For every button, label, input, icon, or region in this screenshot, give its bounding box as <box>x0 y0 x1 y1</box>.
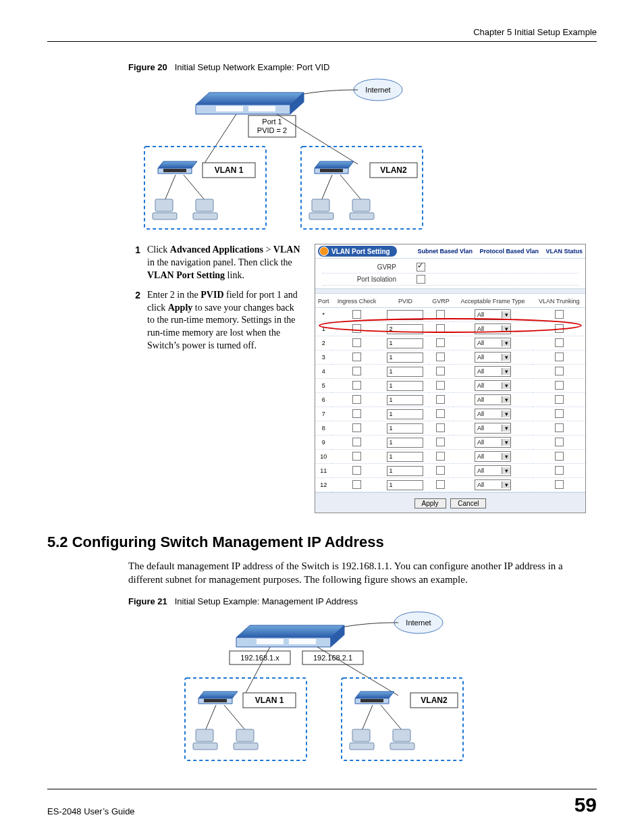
trunk-checkbox[interactable] <box>555 338 564 347</box>
pvid-input[interactable] <box>387 466 423 476</box>
col-gvrp: GVRP <box>429 295 452 308</box>
ingress-checkbox[interactable] <box>352 452 361 461</box>
svg-rect-37 <box>289 639 316 644</box>
ingress-checkbox[interactable] <box>352 310 361 319</box>
aft-select[interactable]: All▾ <box>475 366 511 377</box>
aft-select[interactable]: All▾ <box>475 465 511 476</box>
pvid-input[interactable] <box>387 409 423 419</box>
gvrp-checkbox[interactable] <box>436 324 445 333</box>
trunk-checkbox[interactable] <box>555 480 564 489</box>
gvrp-checkbox[interactable] <box>436 409 445 418</box>
trunk-checkbox[interactable] <box>555 409 564 418</box>
aft-select[interactable]: All▾ <box>475 309 511 320</box>
svg-rect-63 <box>390 743 414 750</box>
pvid-input[interactable] <box>387 324 423 334</box>
gvrp-checkbox[interactable] <box>436 466 445 475</box>
pvid-input[interactable] <box>387 381 423 391</box>
trunk-checkbox[interactable] <box>555 423 564 432</box>
t: link. <box>225 270 244 280</box>
pvid-input[interactable] <box>387 423 423 434</box>
aft-select[interactable]: All▾ <box>475 338 511 348</box>
opt-gvrp-checkbox[interactable] <box>417 263 425 271</box>
gvrp-checkbox[interactable] <box>436 480 445 489</box>
aft-select[interactable]: All▾ <box>475 352 511 363</box>
svg-rect-30 <box>350 213 374 219</box>
pvid-input[interactable] <box>387 395 423 405</box>
trunk-checkbox[interactable] <box>555 395 564 404</box>
cell-port: * <box>315 308 332 322</box>
ingress-checkbox[interactable] <box>352 395 361 404</box>
pvid-input[interactable] <box>387 452 423 462</box>
aft-select[interactable]: All▾ <box>475 380 511 391</box>
gvrp-checkbox[interactable] <box>436 367 445 375</box>
svg-rect-51 <box>236 729 254 741</box>
link-subnet-vlan[interactable]: Subnet Based Vlan <box>417 248 473 255</box>
gvrp-checkbox[interactable] <box>436 338 445 347</box>
figure21-label: Figure 21 <box>128 596 167 606</box>
aft-select[interactable]: All▾ <box>475 479 511 490</box>
trunk-checkbox[interactable] <box>555 353 564 361</box>
ingress-checkbox[interactable] <box>352 367 361 375</box>
panel-buttons: Apply Cancel <box>315 492 585 513</box>
link-vlan-status[interactable]: VLAN Status <box>545 248 583 255</box>
svg-rect-28 <box>309 213 333 219</box>
trunk-checkbox[interactable] <box>555 367 564 375</box>
aft-select[interactable]: All▾ <box>475 437 511 448</box>
opt-port-isolation-checkbox[interactable] <box>417 275 425 284</box>
trunk-checkbox[interactable] <box>555 452 564 461</box>
svg-line-59 <box>381 705 402 731</box>
gvrp-checkbox[interactable] <box>436 452 445 461</box>
table-row: 5All▾ <box>315 379 585 393</box>
apply-button[interactable]: Apply <box>414 498 446 509</box>
gvrp-checkbox[interactable] <box>436 381 445 390</box>
svg-rect-57 <box>360 699 383 702</box>
gvrp-checkbox[interactable] <box>436 395 445 404</box>
svg-rect-13 <box>163 169 186 172</box>
ingress-checkbox[interactable] <box>352 466 361 475</box>
trunk-checkbox[interactable] <box>555 324 564 333</box>
ingress-checkbox[interactable] <box>352 438 361 446</box>
figure21-vlan2-label: VLAN2 <box>421 696 448 705</box>
ingress-checkbox[interactable] <box>352 381 361 390</box>
t: Advanced Applications <box>170 244 263 255</box>
trunk-checkbox[interactable] <box>555 466 564 475</box>
ingress-checkbox[interactable] <box>352 480 361 489</box>
gvrp-checkbox[interactable] <box>436 438 445 446</box>
ingress-checkbox[interactable] <box>352 324 361 333</box>
pvid-input[interactable] <box>387 353 423 363</box>
svg-marker-55 <box>355 692 394 698</box>
cell-port: 5 <box>315 379 332 393</box>
svg-rect-46 <box>204 699 227 702</box>
trunk-checkbox[interactable] <box>555 381 564 390</box>
trunk-checkbox[interactable] <box>555 310 564 319</box>
svg-line-47 <box>205 705 216 731</box>
figure21-diagram: Internet 192.168.1.x 192.168.2.1 VLAN 1 <box>182 610 597 768</box>
ingress-checkbox[interactable] <box>352 338 361 347</box>
svg-rect-62 <box>393 729 410 741</box>
gvrp-checkbox[interactable] <box>436 310 445 319</box>
table-row: 12All▾ <box>315 478 585 492</box>
aft-select[interactable]: All▾ <box>475 394 511 405</box>
aft-select[interactable]: All▾ <box>475 323 511 334</box>
aft-select[interactable]: All▾ <box>475 423 511 434</box>
pvid-input[interactable] <box>387 310 423 320</box>
pvid-input[interactable] <box>387 338 423 348</box>
pvid-input[interactable] <box>387 480 423 490</box>
ingress-checkbox[interactable] <box>352 409 361 418</box>
ingress-checkbox[interactable] <box>352 353 361 361</box>
link-protocol-vlan[interactable]: Protocol Based Vlan <box>479 248 539 255</box>
ingress-checkbox[interactable] <box>352 423 361 432</box>
steps-list: 1 Click Advanced Applications > VLAN in … <box>128 244 304 359</box>
panel-divider <box>315 288 585 294</box>
cell-port: 10 <box>315 450 332 464</box>
pvid-input[interactable] <box>387 367 423 377</box>
cancel-button[interactable]: Cancel <box>450 498 486 509</box>
pvid-input[interactable] <box>387 438 423 448</box>
trunk-checkbox[interactable] <box>555 438 564 446</box>
gvrp-checkbox[interactable] <box>436 423 445 432</box>
aft-select[interactable]: All▾ <box>475 451 511 462</box>
gvrp-checkbox[interactable] <box>436 353 445 361</box>
aft-select[interactable]: All▾ <box>475 409 511 419</box>
cell-port: 1 <box>315 322 332 336</box>
col-port: Port <box>315 295 332 308</box>
